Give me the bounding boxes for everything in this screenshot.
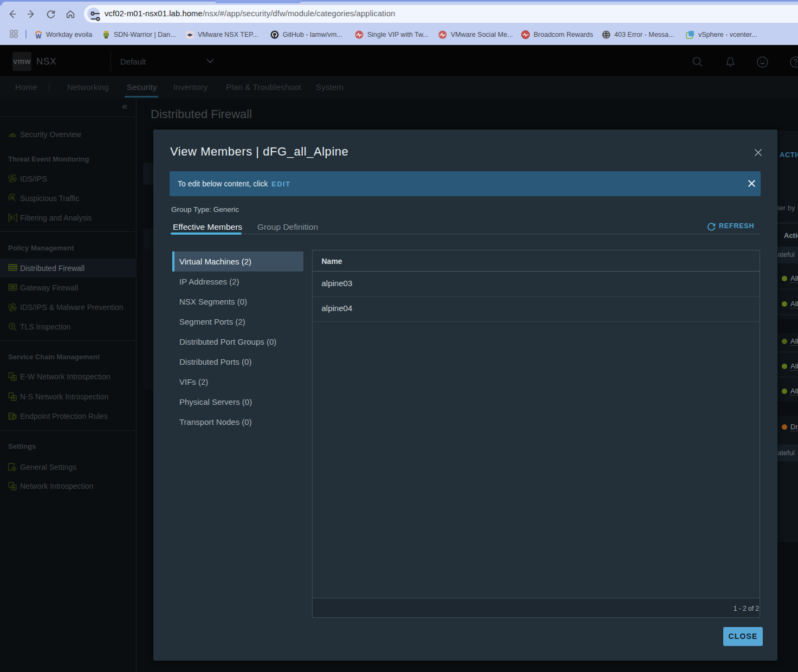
- svg-text:W: W: [36, 33, 42, 40]
